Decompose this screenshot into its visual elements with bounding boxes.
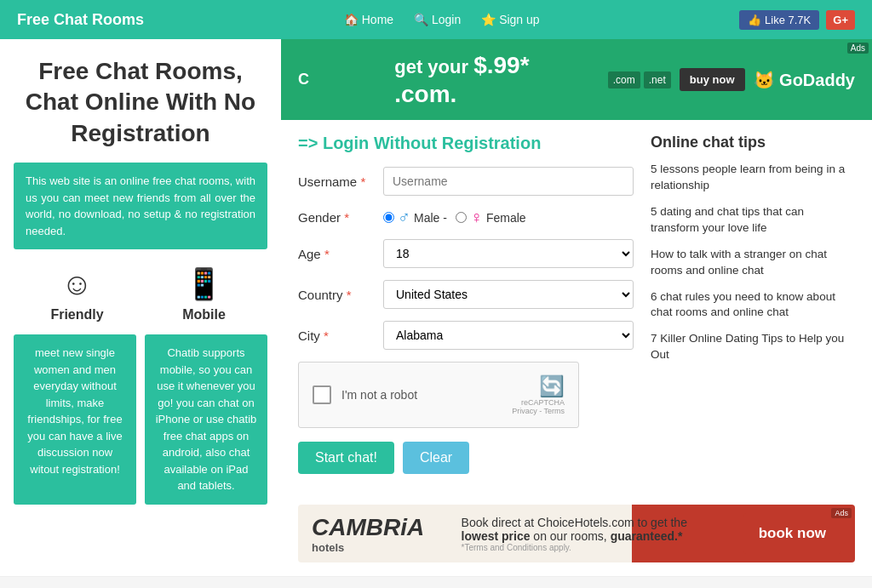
footer-text: chatib is a free chat room website where… — [0, 576, 872, 588]
tips-section: Online chat tips 5 lessons people learn … — [651, 134, 855, 491]
ad-top-label: Ads — [847, 43, 869, 54]
country-label: Country * — [298, 288, 383, 302]
sidebar: Free Chat Rooms, Chat Online With No Reg… — [0, 39, 281, 576]
gender-label: Gender * — [298, 210, 383, 225]
feature-mobile: 📱 Mobile — [146, 266, 261, 323]
nav-home[interactable]: 🏠 Home — [344, 13, 393, 26]
ad-domain: .com. — [394, 80, 529, 109]
ad-price: $.99* — [473, 52, 529, 78]
main-nav: 🏠 Home 🔍 Login ⭐ Sign up — [344, 13, 540, 26]
clear-button[interactable]: Clear — [403, 442, 469, 474]
google-plus-button[interactable]: G+ — [826, 10, 855, 30]
age-select[interactable]: 1819202122 25303540 — [383, 239, 634, 268]
city-group: City * AlabamaAlaskaArizonaCaliforniaNew… — [298, 321, 634, 350]
gender-male-label: Male - — [414, 211, 447, 225]
captcha-left: I'm not a robot — [313, 385, 417, 404]
username-group: Username * — [298, 167, 634, 196]
gender-options: ♂ Male - ♀ Female — [383, 208, 634, 227]
username-label: Username * — [298, 174, 383, 189]
tips-heading: Online chat tips — [651, 134, 855, 151]
gender-group: Gender * ♂ Male - ♀ Female — [298, 208, 634, 227]
smiley-icon: ☺ — [20, 266, 134, 302]
ad-get-text: get your $.99* — [394, 51, 529, 80]
female-symbol-icon: ♀ — [470, 208, 483, 227]
login-heading: => Login Without Registration — [298, 134, 634, 153]
ad-bottom-brand: CAMBRiA hotels — [312, 514, 445, 554]
recaptcha-links: Privacy - Terms — [512, 407, 565, 415]
feature-friendly-label: Friendly — [20, 307, 134, 323]
tip-link-0[interactable]: 5 lessons people learn from being in a r… — [651, 162, 855, 194]
feature-card-mobile: Chatib supports mobile, so you can use i… — [145, 334, 267, 505]
nav-login[interactable]: 🔍 Login — [414, 13, 461, 26]
mobile-icon: 📱 — [146, 266, 261, 302]
age-group: Age * 1819202122 25303540 — [298, 239, 634, 268]
godaddy-logo: 🐱 GoDaddy — [754, 70, 855, 90]
gender-female-label: Female — [486, 211, 526, 225]
form-buttons: Start chat! Clear — [298, 442, 634, 474]
gender-male-radio[interactable] — [383, 212, 394, 223]
content-body: => Login Without Registration Username *… — [281, 120, 872, 505]
captcha-checkbox[interactable] — [313, 385, 331, 404]
tip-link-3[interactable]: 6 chat rules you need to know about chat… — [651, 289, 855, 322]
ad-buy-button[interactable]: buy now — [680, 68, 745, 91]
ad-terms: *Terms and Conditions apply. — [462, 543, 726, 552]
tip-link-1[interactable]: 5 dating and chat tips that can transfor… — [651, 204, 855, 237]
tip-link-4[interactable]: 7 Killer Online Dating Tips to Help you … — [651, 331, 855, 363]
gender-male-option[interactable]: ♂ Male - — [383, 208, 447, 227]
ad-bottom-main-text: Book direct at ChoiceHotels.com to get t… — [462, 516, 726, 543]
cambria-hotels-label: hotels — [312, 541, 445, 554]
main-content: C get your $.99* .com. .com .net buy now… — [281, 39, 872, 576]
recaptcha-brand: reCAPTCHA — [512, 398, 565, 407]
ad-right: .com .net buy now 🐱 GoDaddy — [608, 68, 855, 91]
login-section: => Login Without Registration Username *… — [298, 134, 634, 491]
feature-icons: ☺ Friendly 📱 Mobile — [14, 266, 267, 323]
header: Free Chat Rooms 🏠 Home 🔍 Login ⭐ Sign up… — [0, 0, 872, 39]
badge-com: .com — [608, 71, 640, 88]
ad-text: get your $.99* .com. — [394, 51, 529, 108]
main-layout: Free Chat Rooms, Chat Online With No Reg… — [0, 39, 872, 576]
feature-friendly: ☺ Friendly — [20, 266, 134, 323]
start-chat-button[interactable]: Start chat! — [298, 442, 394, 474]
tip-link-2[interactable]: How to talk with a stranger on chat room… — [651, 247, 855, 279]
country-group: Country * United StatesCanadaUnited King… — [298, 280, 634, 309]
ad-corner-icon: C — [298, 71, 309, 88]
gender-female-option[interactable]: ♀ Female — [456, 208, 526, 227]
ad-banner-bottom[interactable]: CAMBRiA hotels Book direct at ChoiceHote… — [298, 505, 855, 562]
facebook-like-button[interactable]: 👍 Like 7.7K — [739, 10, 819, 30]
badge-net: .net — [644, 71, 671, 88]
city-label: City * — [298, 328, 383, 343]
feature-cards: meet new single women and men everyday w… — [14, 334, 267, 505]
sidebar-description: This web site is an online free chat roo… — [14, 163, 267, 249]
ad-bottom-text: Book direct at ChoiceHotels.com to get t… — [445, 516, 743, 552]
gender-female-radio[interactable] — [456, 212, 467, 223]
cambria-logo: CAMBRiA — [312, 514, 445, 541]
social-buttons: 👍 Like 7.7K G+ — [739, 10, 855, 30]
ad-bottom-label: Ads — [831, 508, 852, 518]
captcha-right: 🔄 reCAPTCHA Privacy - Terms — [512, 374, 565, 415]
ad-book-now-button[interactable]: book now — [743, 513, 841, 554]
page-title: Free Chat Rooms, Chat Online With No Reg… — [14, 56, 267, 149]
feature-mobile-label: Mobile — [146, 307, 261, 323]
site-logo: Free Chat Rooms — [17, 11, 144, 29]
captcha-box[interactable]: I'm not a robot 🔄 reCAPTCHA Privacy - Te… — [298, 362, 579, 428]
feature-card-friendly: meet new single women and men everyday w… — [14, 334, 136, 505]
ad-domain-badges: .com .net — [608, 71, 671, 88]
username-input[interactable] — [383, 167, 634, 196]
city-select[interactable]: AlabamaAlaskaArizonaCaliforniaNew York — [383, 321, 634, 350]
ad-banner-top[interactable]: C get your $.99* .com. .com .net buy now… — [281, 39, 872, 120]
male-symbol-icon: ♂ — [398, 208, 410, 227]
age-label: Age * — [298, 247, 383, 261]
country-select[interactable]: United StatesCanadaUnited KingdomAustral… — [383, 280, 634, 309]
nav-signup[interactable]: ⭐ Sign up — [481, 13, 539, 26]
recaptcha-icon: 🔄 — [512, 374, 565, 398]
captcha-label: I'm not a robot — [341, 388, 417, 402]
